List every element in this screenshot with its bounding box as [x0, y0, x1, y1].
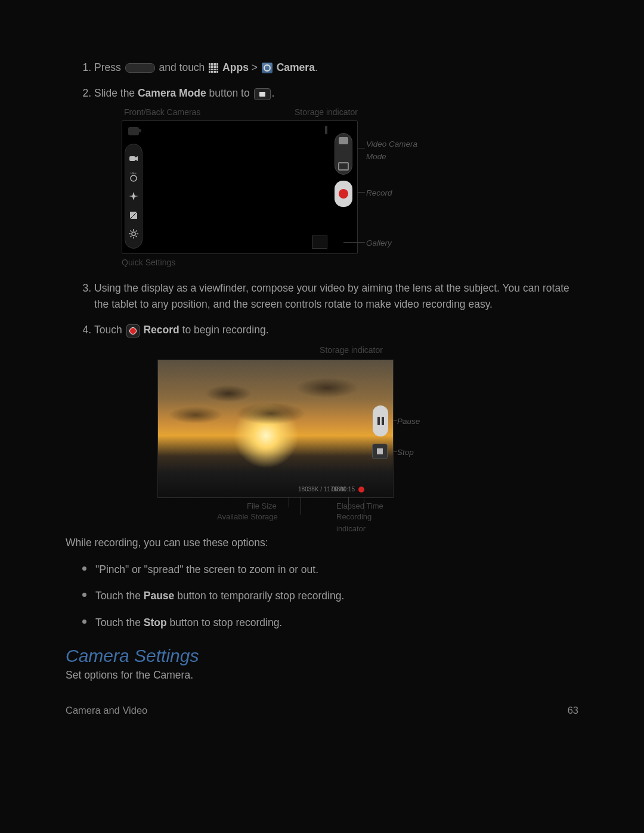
timer-off-icon: OFF — [128, 172, 139, 183]
text: Press — [94, 61, 121, 73]
stop-label: Stop — [144, 617, 167, 628]
steps-list: Press and touch Apps > Camera. Slide the… — [66, 60, 578, 524]
step-1: Press and touch Apps > Camera. — [94, 60, 578, 76]
camera-preview: OFF — [122, 120, 358, 254]
label-available-storage: Available Storage — [217, 511, 278, 523]
recording-preview: 18038K / 11766M 00:00:15 — [157, 360, 394, 498]
exposure-icon — [128, 210, 139, 221]
video-mode-icon — [254, 88, 271, 100]
footer-left: Camera and Video — [66, 705, 147, 716]
label-stop: Stop — [397, 447, 414, 459]
label-recording-indicator: Recording indicator — [336, 511, 392, 535]
home-icon — [125, 63, 155, 73]
figure-2: Storage indicator 18038K / 11766M 00:00:… — [122, 344, 503, 524]
svg-rect-0 — [129, 156, 135, 161]
pause-button[interactable] — [373, 405, 388, 436]
text: . — [315, 61, 318, 73]
label-storage-2: Storage indicator — [199, 344, 503, 357]
text: Touch — [94, 324, 125, 336]
svg-line-12 — [136, 231, 137, 232]
label-storage: Storage indicator — [295, 106, 358, 119]
page: Press and touch Apps > Camera. Slide the… — [0, 0, 644, 740]
options-list: "Pinch" or "spread" the screen to zoom i… — [66, 562, 578, 630]
page-footer: Camera and Video 63 — [66, 705, 578, 716]
step-3: Using the display as a viewfinder, compo… — [94, 280, 578, 312]
label-pause: Pause — [397, 416, 420, 428]
settings-gear-icon — [128, 228, 139, 239]
text: and touch — [159, 61, 205, 73]
camera-mode-slider[interactable] — [335, 133, 352, 175]
storage-indicator-icon — [325, 126, 327, 134]
camera-app-icon — [262, 63, 273, 73]
svg-line-10 — [136, 236, 137, 237]
recording-indicator-icon — [358, 487, 364, 493]
apps-icon — [209, 63, 218, 73]
pause-label: Pause — [144, 590, 175, 602]
text: Touch the — [95, 590, 144, 602]
option-stop: Touch the Stop button to stop recording. — [95, 615, 578, 630]
record-label: Record — [143, 324, 179, 336]
option-pinch: "Pinch" or "spread" the screen to zoom i… — [95, 562, 578, 577]
camcorder-icon — [128, 153, 139, 164]
svg-line-9 — [131, 231, 132, 232]
camera-switch-icon[interactable] — [128, 127, 139, 135]
text: . — [272, 87, 275, 99]
effects-icon — [128, 191, 139, 202]
svg-text:OFF: OFF — [131, 172, 137, 175]
label-quick-settings: Quick Settings — [122, 254, 479, 270]
svg-point-1 — [131, 175, 137, 181]
label-video-mode: Video Camera Mode — [366, 138, 438, 163]
text: Slide the — [94, 87, 138, 99]
figure-2-bottom-labels: File Size Available Storage Elapsed Time… — [157, 498, 392, 524]
step-4: Touch Record to begin recording. Storage… — [94, 322, 578, 524]
photo-mode-icon — [338, 162, 349, 171]
label-record: Record — [366, 187, 392, 200]
footer-page-number: 63 — [568, 705, 578, 716]
text: to begin recording. — [179, 324, 269, 336]
gallery-thumbnail[interactable] — [312, 236, 327, 249]
figure-1: Front/Back Cameras Storage indicator OFF — [122, 106, 479, 270]
label-front-back: Front/Back Cameras — [124, 106, 200, 119]
text: Touch the — [95, 617, 144, 628]
label-gallery: Gallery — [366, 237, 392, 250]
apps-label: Apps — [222, 61, 249, 73]
record-icon — [126, 324, 140, 337]
video-mode-icon — [339, 137, 348, 144]
step-2: Slide the Camera Mode button to . Front/… — [94, 85, 578, 270]
text: > — [249, 61, 261, 73]
svg-point-4 — [132, 232, 135, 236]
text: button to — [206, 87, 253, 99]
while-recording-text: While recording, you can use these optio… — [66, 535, 578, 551]
option-pause: Touch the Pause button to temporarily st… — [95, 588, 578, 603]
section-intro: Set options for the Camera. — [66, 667, 578, 683]
section-heading: Camera Settings — [66, 646, 578, 666]
svg-line-11 — [131, 236, 132, 237]
elapsed-time-value: 00:00:15 — [332, 485, 355, 494]
record-button[interactable] — [335, 181, 352, 207]
stop-button[interactable] — [372, 444, 388, 459]
quick-settings[interactable]: OFF — [125, 144, 143, 249]
camera-mode-label: Camera Mode — [138, 87, 206, 99]
camera-label: Camera — [277, 61, 315, 73]
text: button to temporarily stop recording. — [174, 590, 344, 602]
clouds-overlay — [158, 372, 393, 444]
text: button to stop recording. — [167, 617, 283, 628]
